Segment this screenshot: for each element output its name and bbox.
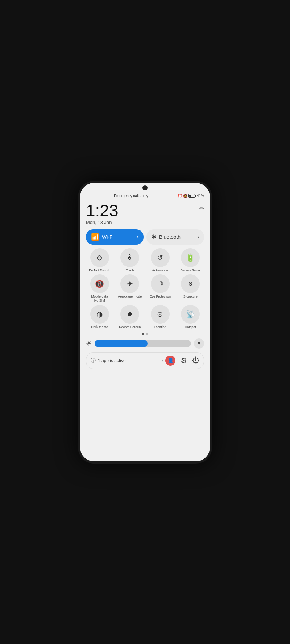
tile-auto-rotate[interactable]: ↺ Auto-rotate — [146, 248, 174, 273]
tile-aeroplane[interactable]: ✈ Aeroplane mode — [116, 274, 144, 303]
bluetooth-label: Bluetooth — [159, 234, 181, 240]
clock-date: Mon, 13 Jan — [86, 220, 119, 225]
mute-icon: 🔕 — [183, 194, 187, 198]
active-app-label: 1 app is active — [98, 358, 160, 363]
brightness-icon: ☀ — [86, 340, 92, 348]
record-screen-icon: ⏺ — [120, 305, 139, 324]
brightness-row: ☀ A — [86, 338, 204, 349]
battery-icon — [188, 194, 195, 198]
battery-saver-label: Battery Saver — [181, 269, 200, 273]
do-not-disturb-icon: ⊖ — [90, 248, 109, 267]
brightness-fill — [95, 340, 148, 347]
mobile-data-label: Mobile dataNo SIM — [91, 295, 108, 303]
phone-screen: Emergency calls only ⏰ 🔕 41% 1:23 Mon, 1… — [80, 183, 210, 461]
wifi-icon: 📶 — [91, 233, 99, 241]
clock-time: 1:23 — [86, 202, 119, 219]
notch-area — [80, 183, 210, 193]
bluetooth-chevron: › — [198, 234, 199, 240]
time-display: 1:23 Mon, 13 Jan — [86, 202, 119, 229]
wifi-label: Wi-Fi — [102, 234, 114, 240]
time-row: 1:23 Mon, 13 Jan ✏ — [86, 202, 204, 229]
power-icon[interactable]: ⏻ — [192, 356, 199, 365]
record-screen-label: Record Screen — [119, 325, 141, 329]
active-app-bar[interactable]: ⓘ 1 app is active › 👤 ⚙ ⏻ — [86, 352, 204, 369]
edit-icon[interactable]: ✏ — [199, 205, 204, 212]
tile-hotspot[interactable]: 📡 Hotspot — [177, 305, 204, 329]
tile-battery-saver[interactable]: 🔋 Battery Saver — [177, 248, 204, 273]
eye-protection-label: Eye Protection — [149, 295, 171, 299]
s-capture-icon: S̄ — [181, 274, 200, 293]
bottom-icons: 👤 ⚙ ⏻ — [165, 356, 199, 366]
tile-s-capture[interactable]: S̄ S-capture — [177, 274, 204, 303]
bluetooth-toggle[interactable]: ✱ Bluetooth › — [146, 229, 204, 245]
aeroplane-label: Aeroplane mode — [118, 295, 142, 299]
aeroplane-icon: ✈ — [120, 274, 139, 293]
torch-label: Torch — [126, 269, 134, 273]
tile-record-screen[interactable]: ⏺ Record Screen — [116, 305, 144, 329]
brightness-track[interactable] — [95, 340, 191, 347]
page-dots — [86, 333, 204, 335]
auto-brightness-button[interactable]: A — [194, 338, 204, 349]
emergency-text: Emergency calls only — [86, 194, 176, 198]
tile-location[interactable]: ⊙ Location — [146, 305, 174, 329]
location-icon: ⊙ — [151, 305, 170, 324]
content-area: 1:23 Mon, 13 Jan ✏ 📶 Wi-Fi › ✱ Bluetooth… — [80, 199, 210, 461]
user-icon[interactable]: 👤 — [165, 356, 175, 366]
dot-1 — [142, 333, 144, 335]
s-capture-label: S-capture — [183, 295, 198, 299]
battery-percent: 41% — [197, 194, 204, 198]
eye-protection-icon: ☽ — [151, 274, 170, 293]
auto-rotate-label: Auto-rotate — [152, 269, 168, 273]
hotspot-label: Hotspot — [185, 325, 196, 329]
bluetooth-icon: ✱ — [152, 233, 156, 240]
phone-device: Emergency calls only ⏰ 🔕 41% 1:23 Mon, 1… — [78, 181, 212, 464]
settings-icon[interactable]: ⚙ — [181, 356, 187, 365]
quick-toggles-top: 📶 Wi-Fi › ✱ Bluetooth › — [86, 229, 204, 245]
status-bar: Emergency calls only ⏰ 🔕 41% — [80, 193, 210, 199]
wifi-chevron: › — [137, 234, 138, 240]
tile-dark-theme[interactable]: ◑ Dark theme — [86, 305, 113, 329]
wifi-toggle[interactable]: 📶 Wi-Fi › — [86, 229, 144, 245]
status-icons: ⏰ 🔕 41% — [178, 194, 204, 198]
dark-theme-label: Dark theme — [91, 325, 108, 329]
hotspot-icon: 📡 — [181, 305, 200, 324]
dark-theme-icon: ◑ — [90, 305, 109, 324]
tile-do-not-disturb[interactable]: ⊖ Do Not Disturb — [86, 248, 113, 273]
torch-icon: 🕯 — [120, 248, 139, 267]
battery-saver-icon: 🔋 — [181, 248, 200, 267]
info-icon: ⓘ — [91, 357, 96, 364]
auto-rotate-icon: ↺ — [151, 248, 170, 267]
tile-mobile-data[interactable]: 📵 Mobile dataNo SIM — [86, 274, 113, 303]
quick-tiles-grid: ⊖ Do Not Disturb 🕯 Torch ↺ Auto-rotate 🔋… — [86, 248, 204, 329]
do-not-disturb-label: Do Not Disturb — [89, 269, 110, 273]
alarm-icon: ⏰ — [178, 194, 182, 198]
active-app-chevron: › — [162, 358, 163, 363]
location-label: Location — [154, 325, 166, 329]
mobile-data-icon: 📵 — [90, 274, 109, 293]
tile-torch[interactable]: 🕯 Torch — [116, 248, 144, 273]
camera-notch — [142, 185, 148, 190]
tile-eye-protection[interactable]: ☽ Eye Protection — [146, 274, 174, 303]
dot-2 — [146, 333, 148, 335]
